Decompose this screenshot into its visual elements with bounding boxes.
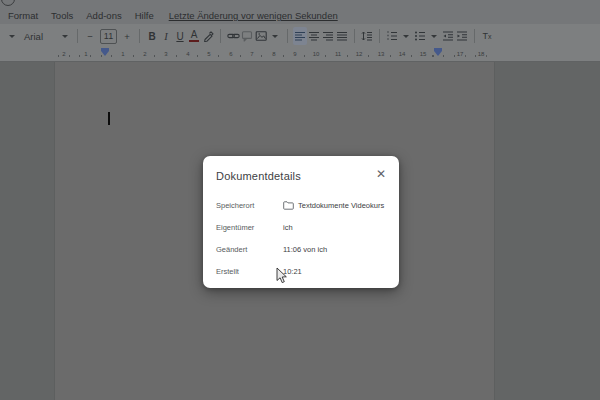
color-swatch	[189, 40, 199, 43]
underline-button[interactable]: U	[173, 27, 187, 45]
menu-help[interactable]: Hilfe	[135, 10, 154, 21]
menu-addons[interactable]: Add-ons	[86, 10, 121, 21]
chevron-down-icon	[272, 35, 278, 38]
insert-link-button[interactable]	[226, 27, 240, 45]
align-left-button[interactable]	[293, 27, 307, 45]
close-button[interactable]: ✕	[376, 167, 386, 181]
ruler-number: 13	[376, 51, 386, 58]
row-value: Textdokumente Videokurs	[283, 201, 384, 210]
highlighter-icon	[202, 30, 214, 42]
last-edit-status-link[interactable]: Letzte Änderung vor wenigen Sekunden	[169, 10, 338, 21]
ruler-number: 9	[292, 51, 298, 58]
google-docs-window: Format Tools Add-ons Hilfe Letzte Änderu…	[0, 0, 600, 400]
numbered-list-button[interactable]	[385, 27, 399, 45]
comment-icon	[241, 30, 253, 42]
highlight-color-button[interactable]	[201, 27, 215, 45]
styles-dropdown-button[interactable]	[5, 27, 19, 45]
align-right-button[interactable]	[321, 27, 335, 45]
clear-formatting-button[interactable]: Tx	[480, 27, 494, 45]
font-size-input[interactable]: 11	[100, 29, 117, 44]
detail-row-modified: Geändert 11:06 von ich	[216, 245, 391, 254]
chevron-down-icon	[62, 35, 68, 38]
row-label: Erstellt	[216, 267, 283, 276]
line-spacing-icon	[361, 30, 373, 42]
align-center-button[interactable]	[307, 27, 321, 45]
image-icon	[255, 30, 268, 42]
detail-row-location: Speicherort Textdokumente Videokurs	[216, 201, 391, 210]
font-family-select[interactable]: Arial	[24, 27, 58, 45]
detail-row-created: Erstellt 10:21	[216, 267, 391, 276]
ruler-number: 18	[476, 51, 486, 58]
divider	[77, 29, 78, 43]
insert-comment-button[interactable]	[240, 27, 254, 45]
chevron-down-icon	[403, 35, 409, 38]
align-right-icon	[322, 30, 334, 42]
insert-image-button[interactable]	[254, 27, 268, 45]
ruler-number: 14	[397, 51, 407, 58]
document-details-dialog: Dokumentdetails ✕ Speicherort Textdokume…	[203, 156, 399, 288]
text-color-button[interactable]: A	[187, 27, 201, 45]
bold-button[interactable]: B	[145, 27, 159, 45]
ruler-number: 1	[83, 51, 89, 58]
row-value: ich	[283, 223, 293, 232]
row-label: Eigentümer	[216, 223, 283, 232]
ruler-number: 6	[228, 51, 234, 58]
decrease-font-size-button[interactable]: −	[83, 27, 97, 45]
detail-row-owner: Eigentümer ich	[216, 223, 391, 232]
numbered-list-dropdown[interactable]	[399, 27, 413, 45]
text-caret	[108, 112, 110, 125]
divider	[379, 29, 380, 43]
align-justify-icon	[336, 30, 348, 42]
ruler-number: 1	[120, 51, 126, 58]
font-family-dropdown[interactable]	[58, 27, 72, 45]
divider	[354, 29, 355, 43]
owner-value: ich	[283, 223, 293, 232]
chevron-down-icon	[431, 35, 437, 38]
docs-home-icon[interactable]	[1, 0, 15, 6]
right-indent-marker[interactable]	[438, 48, 442, 56]
left-indent-marker[interactable]	[105, 48, 109, 56]
text-color-label: A	[191, 30, 198, 39]
ruler-number: 4	[185, 51, 191, 58]
ruler-number: 2	[61, 51, 67, 58]
decrease-indent-button[interactable]	[441, 27, 455, 45]
bulleted-list-icon	[414, 30, 426, 42]
ruler-number: 11	[333, 51, 342, 58]
increase-indent-button[interactable]	[455, 27, 469, 45]
indent-icon	[456, 30, 468, 42]
align-center-icon	[308, 30, 320, 42]
menu-bar: Format Tools Add-ons Hilfe Letzte Änderu…	[0, 0, 600, 24]
row-label: Geändert	[216, 245, 283, 254]
chevron-down-icon	[9, 35, 15, 38]
line-spacing-button[interactable]	[360, 27, 374, 45]
toolbar: Arial − 11 + B I U A	[0, 24, 600, 48]
menu-format[interactable]: Format	[8, 10, 38, 21]
divider	[474, 29, 475, 43]
italic-button[interactable]: I	[159, 27, 173, 45]
ruler-number: 17	[455, 51, 465, 58]
ruler-number: 7	[249, 51, 255, 58]
mouse-cursor	[276, 267, 288, 284]
divider	[220, 29, 221, 43]
right-indent-triangle-icon	[434, 51, 442, 56]
dialog-title: Dokumentdetails	[216, 170, 301, 182]
location-value[interactable]: Textdokumente Videokurs	[298, 201, 384, 210]
modified-value: 11:06 von ich	[283, 245, 327, 254]
bulleted-list-button[interactable]	[413, 27, 427, 45]
bulleted-list-dropdown[interactable]	[427, 27, 441, 45]
image-options-dropdown[interactable]	[268, 27, 282, 45]
ruler-number: 8	[271, 51, 277, 58]
ruler[interactable]: 211234567891011121314151718	[0, 48, 600, 62]
folder-icon	[283, 201, 294, 210]
ruler-number: 5	[206, 51, 212, 58]
row-label: Speicherort	[216, 201, 283, 210]
left-indent-triangle-icon	[101, 51, 109, 56]
ruler-number: 10	[311, 51, 321, 58]
dialog-rows: Speicherort Textdokumente Videokurs Eige…	[216, 201, 391, 276]
clear-formatting-sub: x	[488, 33, 492, 40]
ruler-number: 3	[163, 51, 169, 58]
outdent-icon	[442, 30, 454, 42]
increase-font-size-button[interactable]: +	[120, 27, 134, 45]
menu-tools[interactable]: Tools	[51, 10, 73, 21]
align-justify-button[interactable]	[335, 27, 349, 45]
